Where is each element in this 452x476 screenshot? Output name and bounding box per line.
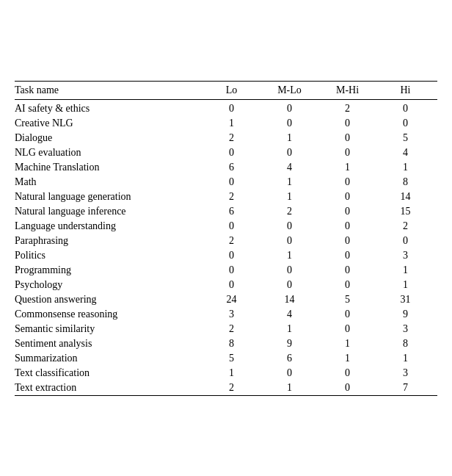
table-row: Paraphrasing2000 bbox=[15, 234, 437, 248]
num-cell: 0 bbox=[321, 219, 379, 234]
table-row: Semantic similarity2103 bbox=[15, 322, 437, 336]
table-row: Programming0001 bbox=[15, 263, 437, 278]
num-cell: 4 bbox=[379, 145, 437, 160]
num-cell: 0 bbox=[263, 219, 321, 234]
num-cell: 0 bbox=[205, 219, 263, 234]
num-cell: 0 bbox=[321, 381, 379, 396]
num-cell: 9 bbox=[379, 307, 437, 322]
num-cell: 0 bbox=[205, 175, 263, 190]
num-cell: 2 bbox=[263, 204, 321, 219]
num-cell: 6 bbox=[263, 351, 321, 366]
num-cell: 0 bbox=[379, 99, 437, 116]
task-name-cell: Politics bbox=[15, 248, 205, 263]
task-name-cell: Summarization bbox=[15, 351, 205, 366]
num-cell: 1 bbox=[379, 351, 437, 366]
col-header-task: Task name bbox=[15, 81, 205, 99]
task-name-cell: Semantic similarity bbox=[15, 322, 205, 336]
num-cell: 1 bbox=[263, 322, 321, 336]
num-cell: 3 bbox=[379, 248, 437, 263]
table-row: Text extraction2107 bbox=[15, 381, 437, 396]
table-row: Sentiment analysis8918 bbox=[15, 336, 437, 351]
table-row: Machine Translation6411 bbox=[15, 160, 437, 175]
num-cell: 4 bbox=[263, 160, 321, 175]
task-name-cell: Natural language inference bbox=[15, 204, 205, 219]
num-cell: 5 bbox=[379, 131, 437, 145]
num-cell: 0 bbox=[263, 263, 321, 278]
num-cell: 3 bbox=[379, 322, 437, 336]
num-cell: 1 bbox=[263, 381, 321, 396]
num-cell: 1 bbox=[205, 366, 263, 381]
num-cell: 0 bbox=[321, 175, 379, 190]
table-row: NLG evaluation0004 bbox=[15, 145, 437, 160]
num-cell: 14 bbox=[379, 190, 437, 204]
num-cell: 7 bbox=[379, 381, 437, 396]
task-name-cell: Paraphrasing bbox=[15, 234, 205, 248]
table-row: Natural language generation21014 bbox=[15, 190, 437, 204]
num-cell: 0 bbox=[321, 263, 379, 278]
task-name-cell: Sentiment analysis bbox=[15, 336, 205, 351]
num-cell: 0 bbox=[321, 248, 379, 263]
task-name-cell: Dialogue bbox=[15, 131, 205, 145]
data-table: Task name Lo M-Lo M-Hi Hi AI safety & et… bbox=[15, 81, 437, 396]
num-cell: 4 bbox=[263, 307, 321, 322]
num-cell: 8 bbox=[379, 175, 437, 190]
num-cell: 0 bbox=[321, 234, 379, 248]
num-cell: 2 bbox=[205, 234, 263, 248]
num-cell: 2 bbox=[205, 190, 263, 204]
table-container: Task name Lo M-Lo M-Hi Hi AI safety & et… bbox=[15, 81, 437, 396]
num-cell: 9 bbox=[263, 336, 321, 351]
table-row: Math0108 bbox=[15, 175, 437, 190]
num-cell: 0 bbox=[205, 278, 263, 292]
num-cell: 0 bbox=[321, 190, 379, 204]
num-cell: 0 bbox=[263, 278, 321, 292]
num-cell: 0 bbox=[321, 131, 379, 145]
task-name-cell: Text extraction bbox=[15, 381, 205, 396]
num-cell: 8 bbox=[205, 336, 263, 351]
num-cell: 5 bbox=[205, 351, 263, 366]
num-cell: 31 bbox=[379, 292, 437, 307]
num-cell: 2 bbox=[205, 381, 263, 396]
num-cell: 5 bbox=[321, 292, 379, 307]
num-cell: 6 bbox=[205, 160, 263, 175]
table-row: Dialogue2105 bbox=[15, 131, 437, 145]
num-cell: 0 bbox=[263, 366, 321, 381]
table-row: Language understanding0002 bbox=[15, 219, 437, 234]
num-cell: 1 bbox=[263, 190, 321, 204]
task-name-cell: Psychology bbox=[15, 278, 205, 292]
table-row: Creative NLG1000 bbox=[15, 116, 437, 131]
table-row: Commonsense reasoning3409 bbox=[15, 307, 437, 322]
table-row: Text classification1003 bbox=[15, 366, 437, 381]
num-cell: 2 bbox=[205, 322, 263, 336]
table-row: AI safety & ethics0020 bbox=[15, 99, 437, 116]
task-name-cell: Language understanding bbox=[15, 219, 205, 234]
num-cell: 6 bbox=[205, 204, 263, 219]
num-cell: 2 bbox=[321, 99, 379, 116]
num-cell: 1 bbox=[263, 248, 321, 263]
num-cell: 1 bbox=[379, 263, 437, 278]
col-header-mlo: M-Lo bbox=[263, 81, 321, 99]
task-name-cell: NLG evaluation bbox=[15, 145, 205, 160]
num-cell: 24 bbox=[205, 292, 263, 307]
num-cell: 0 bbox=[205, 263, 263, 278]
num-cell: 0 bbox=[379, 234, 437, 248]
header-row: Task name Lo M-Lo M-Hi Hi bbox=[15, 81, 437, 99]
col-header-hi: Hi bbox=[379, 81, 437, 99]
num-cell: 0 bbox=[321, 116, 379, 131]
num-cell: 1 bbox=[263, 175, 321, 190]
num-cell: 1 bbox=[379, 160, 437, 175]
num-cell: 14 bbox=[263, 292, 321, 307]
num-cell: 1 bbox=[263, 131, 321, 145]
table-row: Summarization5611 bbox=[15, 351, 437, 366]
task-name-cell: Creative NLG bbox=[15, 116, 205, 131]
task-name-cell: Machine Translation bbox=[15, 160, 205, 175]
num-cell: 1 bbox=[321, 336, 379, 351]
num-cell: 1 bbox=[321, 351, 379, 366]
num-cell: 1 bbox=[379, 278, 437, 292]
num-cell: 0 bbox=[263, 116, 321, 131]
num-cell: 8 bbox=[379, 336, 437, 351]
num-cell: 0 bbox=[321, 145, 379, 160]
task-name-cell: Math bbox=[15, 175, 205, 190]
table-row: Question answering2414531 bbox=[15, 292, 437, 307]
num-cell: 0 bbox=[321, 307, 379, 322]
num-cell: 3 bbox=[379, 366, 437, 381]
